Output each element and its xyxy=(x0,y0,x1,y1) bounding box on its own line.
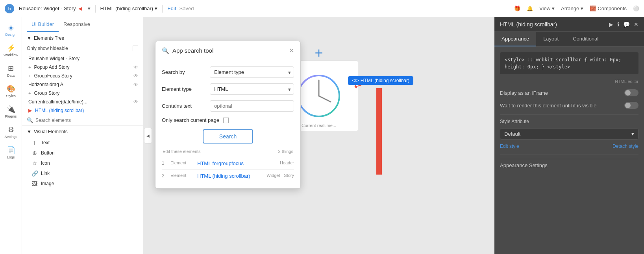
page-dropdown-arrow[interactable]: ▾ xyxy=(155,6,157,11)
search-elements-input[interactable] xyxy=(35,118,138,123)
sidebar-item-plugins[interactable]: 🔌 Plugins xyxy=(2,102,20,121)
only-hideable-checkbox[interactable] xyxy=(133,46,138,51)
modal-overlay: 🔍 App search tool ✕ Search by Element ty… xyxy=(143,17,494,254)
page-title: Reusable: Widget - Story ◀ xyxy=(19,6,83,11)
currentrealtime-label: Currentrealtime(date/time)... xyxy=(28,99,87,105)
topbar: b Reusable: Widget - Story ◀ ▾ HTML (hid… xyxy=(0,0,644,17)
search-by-label: Search by xyxy=(162,69,205,75)
html-editor-btn[interactable]: HTML editor xyxy=(500,79,638,84)
wait-render-toggle[interactable] xyxy=(624,102,638,109)
search-by-select[interactable]: Element type xyxy=(210,66,294,78)
tree-item-group-story[interactable]: + Group Story xyxy=(22,89,143,98)
sidebar-item-design[interactable]: ◈ Design xyxy=(2,20,20,39)
link-label: Link xyxy=(41,171,50,176)
only-hideable-row: Only show hideable xyxy=(22,44,143,54)
modal-body: Search by Element type Element type HTML xyxy=(155,60,300,188)
element-type-row: Element type HTML xyxy=(162,83,294,95)
element-type-image[interactable]: 🖼 Image xyxy=(22,179,143,189)
result-1-num: 1 xyxy=(162,160,167,166)
icon-label: Icon xyxy=(41,160,50,166)
modal-title-text: App search tool xyxy=(172,47,213,54)
tab-conditional[interactable]: Conditional xyxy=(566,32,605,46)
result-1-type: Element xyxy=(170,160,194,165)
style-attribute-row: Default ▾ xyxy=(500,128,638,140)
tree-item-currentrealtime[interactable]: Currentrealtime(date/time)... 👁 xyxy=(22,98,143,106)
divider-1 xyxy=(500,114,638,115)
visual-elements-header[interactable]: ▼ Visual Elements xyxy=(22,126,143,138)
result-2-name: HTML (hiding scrollbar) xyxy=(197,173,263,179)
plugins-icon: 🔌 xyxy=(7,105,15,114)
reusable-label: Reusable Widget - Story xyxy=(28,56,80,61)
comment-icon[interactable]: 💬 xyxy=(623,21,630,28)
sidebar-item-settings[interactable]: ⚙ Settings xyxy=(2,123,20,142)
button-icon: ⊕ xyxy=(31,150,38,156)
title-dropdown-arrow[interactable]: ▾ xyxy=(88,6,91,11)
element-type-icon[interactable]: ☆ Icon xyxy=(22,158,143,168)
page-name: HTML (hiding scrollbar) xyxy=(100,6,154,11)
element-type-select[interactable]: HTML xyxy=(210,83,294,95)
components-btn[interactable]: 🧱 Components xyxy=(590,6,627,11)
bell-icon[interactable]: 🔔 xyxy=(527,6,533,11)
view-btn[interactable]: View ▾ xyxy=(539,6,555,11)
tree-toggle[interactable]: ▼ xyxy=(27,35,31,41)
tree-item-reusable[interactable]: Reusable Widget - Story xyxy=(22,54,143,63)
image-label: Image xyxy=(41,181,54,186)
sidebar-item-logs[interactable]: 📄 Logs xyxy=(2,143,20,162)
contains-text-input[interactable] xyxy=(210,100,294,112)
settings-icon: ⚙ xyxy=(8,125,14,134)
element-type-select-wrapper[interactable]: HTML xyxy=(210,83,294,95)
only-current-page-row: Only search current page xyxy=(162,117,294,123)
groupfocus-eye-icon: 👁 xyxy=(133,73,138,79)
style-attribute-label: Style Attribute xyxy=(500,119,638,124)
tab-layout[interactable]: Layout xyxy=(536,32,566,46)
page-selector[interactable]: HTML (hiding scrollbar) ▾ xyxy=(100,6,158,11)
play-icon[interactable]: ▶ xyxy=(609,21,613,28)
gift-icon[interactable]: 🎁 xyxy=(514,6,520,11)
result-2-num: 2 xyxy=(162,173,167,179)
close-panel-icon[interactable]: ✕ xyxy=(634,21,638,28)
search-button[interactable]: Search xyxy=(203,129,253,144)
tree-item-horizontaldrag[interactable]: Horizontaldrag A 👁 xyxy=(22,80,143,89)
element-type-link[interactable]: 🔗 Link xyxy=(22,168,143,179)
appearance-settings-label: Appearance Settings xyxy=(500,159,638,168)
detach-style-btn[interactable]: Detach style xyxy=(613,144,638,149)
design-label: Design xyxy=(5,33,16,37)
only-current-page-checkbox[interactable] xyxy=(223,118,229,123)
display-iframe-toggle[interactable] xyxy=(624,89,638,96)
search-by-row: Search by Element type xyxy=(162,66,294,78)
edit-style-btn[interactable]: Edit style xyxy=(500,144,519,149)
styles-label: Styles xyxy=(6,94,16,98)
tab-ui-builder[interactable]: UI Builder xyxy=(27,17,59,32)
html-code-block[interactable]: <style> ::-webkit-scrollbar { width: 0px… xyxy=(500,52,638,74)
sidebar-item-data[interactable]: ⊞ Data xyxy=(2,61,20,80)
app-logo: b xyxy=(5,4,14,13)
sidebar-item-workflow[interactable]: ⚡ Workflow xyxy=(2,41,20,60)
sidebar-item-styles[interactable]: 🎨 Styles xyxy=(2,82,20,101)
tree-item-html[interactable]: ▶ HTML (hiding scrollbar) xyxy=(22,106,143,115)
button-label: Button xyxy=(41,150,55,156)
title-text: Reusable: Widget - Story xyxy=(19,6,76,11)
element-type-text[interactable]: T Text xyxy=(22,138,143,148)
tab-appearance[interactable]: Appearance xyxy=(494,32,536,46)
tree-item-groupfocus[interactable]: + GroupFocus Story 👁 xyxy=(22,72,143,80)
currentrealtime-eye-icon: 👁 xyxy=(133,99,138,105)
result-item-2[interactable]: 2 Element HTML (hiding scrollbar) Widget… xyxy=(162,169,294,182)
element-type-button[interactable]: ⊕ Button xyxy=(22,148,143,158)
tab-responsive[interactable]: Responsive xyxy=(59,17,95,32)
modal-close-btn[interactable]: ✕ xyxy=(289,47,294,54)
sidebar-content: ▼ Elements Tree Only show hideable Reusa… xyxy=(22,32,143,254)
arrange-btn[interactable]: Arrange ▾ xyxy=(561,6,583,11)
wait-render-label: Wait to render this element until it is … xyxy=(500,103,596,109)
search-by-select-wrapper[interactable]: Element type xyxy=(210,66,294,78)
logs-label: Logs xyxy=(7,155,15,159)
edit-btn[interactable]: Edit xyxy=(167,6,176,11)
right-panel-header: HTML (hiding scrollbar) ▶ ℹ 💬 ✕ xyxy=(494,17,644,32)
style-dropdown[interactable]: Default ▾ xyxy=(500,128,638,140)
info-icon[interactable]: ℹ xyxy=(617,21,619,28)
result-item-1[interactable]: 1 Element HTML forgroupfocus Header xyxy=(162,157,294,169)
design-icon: ◈ xyxy=(8,23,14,32)
logs-icon: 📄 xyxy=(7,146,15,155)
tree-item-popup[interactable]: + Popup Add Story 👁 xyxy=(22,63,143,72)
horizontaldrag-label: Horizontaldrag A xyxy=(28,82,63,87)
settings-label: Settings xyxy=(4,135,17,139)
